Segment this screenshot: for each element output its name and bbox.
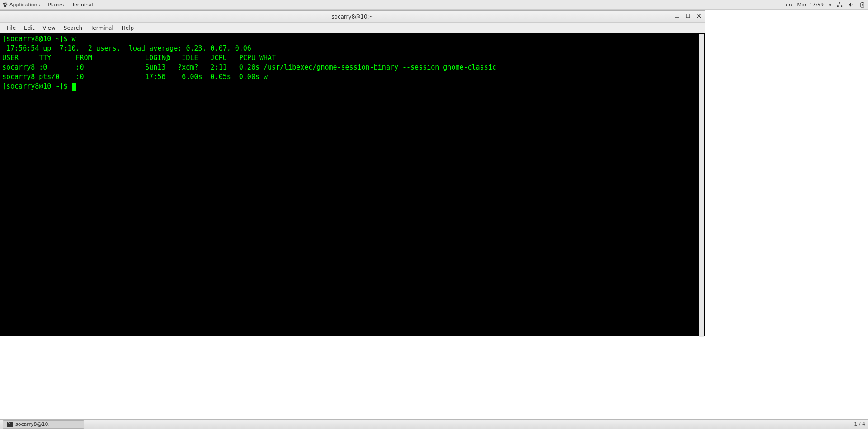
applications-menu[interactable]: Applications bbox=[3, 2, 40, 8]
svg-point-1 bbox=[5, 3, 7, 4]
menu-view[interactable]: View bbox=[39, 24, 59, 32]
menu-terminal[interactable]: Terminal bbox=[87, 24, 117, 32]
svg-point-2 bbox=[6, 4, 7, 5]
terminal-line: socarry8 :0 :0 Sun13 ?xdm? 2:11 0.20s /u… bbox=[2, 63, 496, 71]
menu-bar: File Edit View Search Terminal Help bbox=[0, 23, 705, 33]
places-menu[interactable]: Places bbox=[48, 2, 64, 8]
terminal-line: [socarry8@10 ~]$ w bbox=[2, 35, 76, 43]
terminal-line: socarry8 pts/0 :0 17:56 6.00s 0.05s 0.00… bbox=[2, 73, 268, 81]
panel-right-group: en Mon 17:59 bbox=[786, 2, 865, 8]
places-label: Places bbox=[48, 2, 64, 8]
close-button[interactable] bbox=[696, 13, 702, 19]
terminal-menu-label: Terminal bbox=[72, 2, 93, 8]
gnome-top-panel: Applications Places Terminal en Mon 17:5… bbox=[0, 0, 868, 10]
svg-rect-8 bbox=[862, 2, 863, 2]
terminal-line: 17:56:54 up 7:10, 2 users, load average:… bbox=[2, 44, 251, 52]
applications-label: Applications bbox=[9, 2, 40, 8]
terminal-line: USER TTY FROM LOGIN@ IDLE JCPU PCPU WHAT bbox=[2, 54, 276, 62]
svg-rect-4 bbox=[839, 2, 840, 4]
clock-dot-icon bbox=[829, 4, 831, 6]
workspace-pager[interactable]: 1 / 4 bbox=[854, 421, 865, 427]
clock[interactable]: Mon 17:59 bbox=[797, 2, 824, 8]
terminal-prompt: [socarry8@10 ~]$ bbox=[2, 82, 72, 90]
svg-point-3 bbox=[4, 5, 7, 7]
menu-file[interactable]: File bbox=[3, 24, 19, 32]
menu-search[interactable]: Search bbox=[60, 24, 86, 32]
gnome-foot-icon bbox=[3, 2, 8, 7]
terminal-app-icon bbox=[7, 422, 13, 427]
menu-edit[interactable]: Edit bbox=[20, 24, 38, 32]
terminal-scrollbar[interactable] bbox=[699, 34, 704, 337]
window-title: socarry8@10:~ bbox=[331, 14, 373, 20]
menu-help[interactable]: Help bbox=[118, 24, 137, 32]
svg-point-0 bbox=[3, 3, 5, 5]
gnome-bottom-panel: socarry8@10:~ 1 / 4 bbox=[0, 419, 868, 429]
battery-icon[interactable] bbox=[859, 2, 865, 8]
taskbar-window-button[interactable]: socarry8@10:~ bbox=[3, 420, 84, 429]
svg-rect-5 bbox=[837, 5, 839, 7]
maximize-button[interactable] bbox=[685, 13, 691, 19]
window-title-bar[interactable]: socarry8@10:~ bbox=[0, 11, 705, 23]
terminal-content[interactable]: [socarry8@10 ~]$ w 17:56:54 up 7:10, 2 u… bbox=[0, 33, 705, 336]
minimize-button[interactable] bbox=[674, 13, 680, 19]
volume-icon[interactable] bbox=[848, 2, 854, 8]
svg-rect-6 bbox=[841, 5, 842, 7]
taskbar-right: 1 / 4 bbox=[854, 421, 865, 427]
panel-left-group: Applications Places Terminal bbox=[3, 2, 93, 8]
taskbar-left: socarry8@10:~ bbox=[3, 420, 84, 429]
taskbar-button-label: socarry8@10:~ bbox=[15, 421, 54, 427]
network-icon[interactable] bbox=[837, 2, 843, 8]
window-controls bbox=[674, 13, 702, 19]
terminal-menu[interactable]: Terminal bbox=[72, 2, 93, 8]
cursor-icon bbox=[72, 83, 76, 91]
language-indicator[interactable]: en bbox=[786, 2, 792, 8]
svg-rect-10 bbox=[686, 14, 690, 18]
terminal-window: socarry8@10:~ File Edit View Search Term… bbox=[0, 10, 705, 336]
